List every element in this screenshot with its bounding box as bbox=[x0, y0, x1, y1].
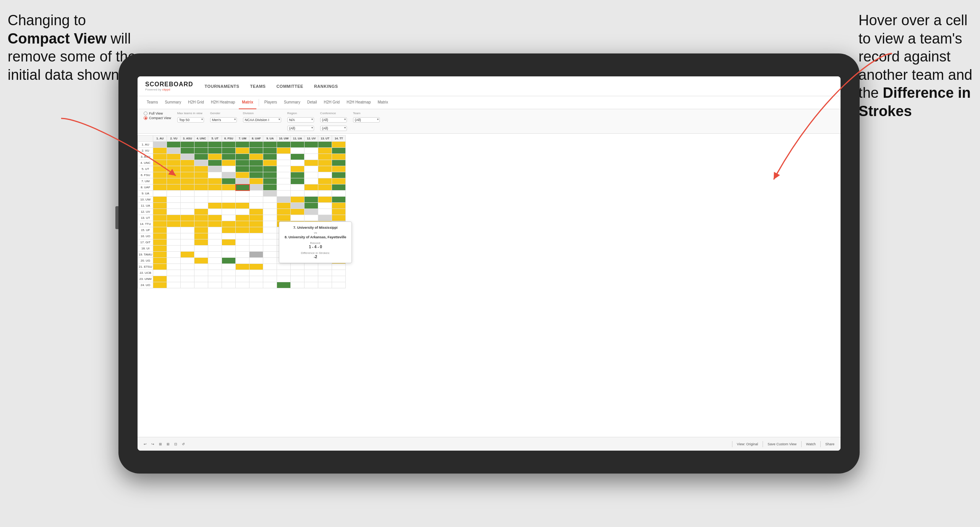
tab-summary[interactable]: Summary bbox=[162, 96, 184, 109]
cell[interactable] bbox=[208, 203, 222, 209]
cell[interactable] bbox=[208, 239, 222, 246]
cell[interactable] bbox=[263, 233, 277, 239]
cell[interactable] bbox=[181, 172, 194, 178]
cell[interactable] bbox=[153, 252, 167, 258]
cell[interactable] bbox=[291, 191, 305, 197]
cell[interactable] bbox=[181, 258, 194, 264]
cell[interactable] bbox=[263, 227, 277, 233]
cell[interactable] bbox=[167, 209, 181, 215]
tab-players[interactable]: Players bbox=[261, 96, 280, 109]
cell[interactable] bbox=[153, 227, 167, 233]
gender-select[interactable]: Men's bbox=[210, 117, 237, 123]
cell[interactable] bbox=[181, 154, 194, 160]
cell[interactable] bbox=[181, 221, 194, 227]
cell[interactable] bbox=[167, 282, 181, 288]
tab-teams[interactable]: Teams bbox=[144, 96, 161, 109]
cell[interactable] bbox=[167, 233, 181, 239]
cell[interactable] bbox=[236, 172, 249, 178]
cell[interactable] bbox=[277, 209, 291, 215]
cell[interactable] bbox=[208, 221, 222, 227]
cell[interactable] bbox=[153, 178, 167, 184]
cell[interactable] bbox=[167, 178, 181, 184]
tool4-button[interactable]: ⊞ bbox=[167, 442, 170, 446]
cell[interactable] bbox=[167, 215, 181, 221]
cell[interactable] bbox=[236, 252, 249, 258]
cell[interactable] bbox=[332, 166, 346, 172]
cell[interactable] bbox=[194, 172, 208, 178]
cell[interactable] bbox=[181, 246, 194, 252]
cell[interactable] bbox=[222, 282, 236, 288]
cell[interactable] bbox=[249, 276, 263, 282]
cell[interactable] bbox=[208, 160, 222, 166]
cell[interactable] bbox=[249, 233, 263, 239]
cell[interactable] bbox=[291, 184, 305, 191]
cell[interactable] bbox=[318, 184, 332, 191]
cell[interactable] bbox=[181, 282, 194, 288]
cell[interactable] bbox=[291, 166, 305, 172]
cell[interactable] bbox=[318, 166, 332, 172]
cell[interactable] bbox=[194, 142, 208, 148]
cell[interactable] bbox=[318, 264, 332, 270]
cell[interactable] bbox=[222, 233, 236, 239]
cell[interactable] bbox=[181, 270, 194, 276]
cell[interactable] bbox=[208, 209, 222, 215]
cell[interactable] bbox=[181, 191, 194, 197]
cell[interactable] bbox=[277, 160, 291, 166]
cell[interactable] bbox=[222, 178, 236, 184]
cell[interactable] bbox=[236, 221, 249, 227]
cell[interactable] bbox=[222, 184, 236, 191]
cell[interactable] bbox=[236, 270, 249, 276]
cell[interactable] bbox=[249, 178, 263, 184]
conference-select[interactable]: (All) bbox=[320, 117, 347, 123]
cell[interactable] bbox=[305, 178, 318, 184]
nav-rankings[interactable]: RANKINGS bbox=[314, 84, 338, 89]
cell[interactable] bbox=[277, 148, 291, 154]
cell[interactable] bbox=[249, 154, 263, 160]
cell[interactable] bbox=[153, 184, 167, 191]
cell[interactable] bbox=[318, 160, 332, 166]
cell[interactable] bbox=[291, 270, 305, 276]
cell[interactable] bbox=[318, 191, 332, 197]
cell[interactable] bbox=[236, 239, 249, 246]
cell[interactable] bbox=[167, 276, 181, 282]
cell[interactable] bbox=[167, 197, 181, 203]
cell[interactable] bbox=[277, 197, 291, 203]
cell[interactable] bbox=[249, 252, 263, 258]
cell[interactable] bbox=[194, 227, 208, 233]
cell[interactable] bbox=[277, 203, 291, 209]
cell[interactable] bbox=[291, 209, 305, 215]
cell[interactable] bbox=[305, 197, 318, 203]
compact-view-option[interactable]: Compact View bbox=[144, 116, 171, 120]
cell[interactable] bbox=[318, 148, 332, 154]
nav-tournaments[interactable]: TOURNAMENTS bbox=[205, 84, 240, 89]
cell[interactable] bbox=[291, 178, 305, 184]
tab-h2h-heatmap2[interactable]: H2H Heatmap bbox=[343, 96, 374, 109]
cell[interactable] bbox=[305, 154, 318, 160]
cell[interactable] bbox=[181, 227, 194, 233]
cell[interactable] bbox=[208, 172, 222, 178]
cell[interactable] bbox=[305, 148, 318, 154]
cell[interactable] bbox=[332, 154, 346, 160]
cell[interactable] bbox=[153, 264, 167, 270]
cell[interactable] bbox=[291, 282, 305, 288]
cell[interactable] bbox=[249, 142, 263, 148]
cell[interactable] bbox=[208, 282, 222, 288]
cell[interactable] bbox=[167, 270, 181, 276]
cell[interactable] bbox=[236, 246, 249, 252]
cell[interactable] bbox=[305, 215, 318, 221]
cell[interactable] bbox=[277, 270, 291, 276]
cell[interactable] bbox=[222, 264, 236, 270]
cell[interactable] bbox=[263, 264, 277, 270]
cell[interactable] bbox=[222, 154, 236, 160]
cell[interactable] bbox=[153, 239, 167, 246]
cell[interactable] bbox=[277, 184, 291, 191]
cell[interactable] bbox=[222, 148, 236, 154]
cell[interactable] bbox=[263, 209, 277, 215]
cell[interactable] bbox=[263, 282, 277, 288]
cell[interactable] bbox=[277, 191, 291, 197]
cell[interactable] bbox=[222, 258, 236, 264]
redo-button[interactable]: ↪ bbox=[151, 442, 154, 446]
cell[interactable] bbox=[208, 215, 222, 221]
cell[interactable] bbox=[249, 184, 263, 191]
cell[interactable] bbox=[332, 178, 346, 184]
